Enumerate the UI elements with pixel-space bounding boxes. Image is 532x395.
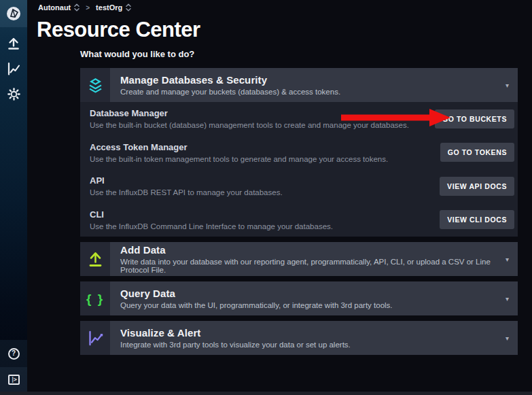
page-prompt: What would you like to do? xyxy=(80,49,194,59)
influxdb-logo[interactable] xyxy=(0,0,27,27)
sidebar-nav xyxy=(0,27,27,102)
resource-row-database-manager: Database Manager Use the built-in bucket… xyxy=(80,102,518,136)
row-title: Access Token Manager xyxy=(90,142,440,152)
view-api-docs-button[interactable]: VIEW API DOCS xyxy=(440,177,514,196)
view-cli-docs-button[interactable]: VIEW CLI DOCS xyxy=(440,210,514,229)
go-to-buckets-button[interactable]: GO TO BUCKETS xyxy=(435,109,514,128)
section-title: Query Data xyxy=(120,288,393,299)
pipe-forward-icon: |> xyxy=(8,375,20,385)
sidebar-item-settings[interactable] xyxy=(5,86,22,102)
org-selector[interactable]: Autonaut xyxy=(38,3,79,12)
section-header-band: Add Data Write data into your database w… xyxy=(110,242,518,276)
section-icon-cell: { } xyxy=(80,281,110,315)
section-icon-cell xyxy=(80,321,110,355)
main-content: Autonaut > testOrg Resource Center What … xyxy=(27,0,532,392)
braces-icon: { } xyxy=(86,292,104,305)
section-header-manage-databases[interactable]: Manage Databases & Security Create and m… xyxy=(80,68,518,102)
resource-sections: Manage Databases & Security Create and m… xyxy=(80,68,518,355)
section-description: Write data into your database with our r… xyxy=(120,258,518,274)
row-title: Database Manager xyxy=(90,108,435,118)
row-description: Use the InfluxDB REST API to manage your… xyxy=(90,188,440,196)
row-description: Use the InfluxDB Command Line Interface … xyxy=(90,222,440,230)
page-title: Resource Center xyxy=(37,18,200,42)
section-icon-cell xyxy=(80,68,110,102)
sidebar-footer: ? |> xyxy=(0,340,27,392)
row-description: Use the built-in token management tools … xyxy=(90,155,440,163)
sidebar-item-data-explorer[interactable] xyxy=(5,61,22,77)
section-card-add-data: Add Data Write data into your database w… xyxy=(80,242,518,276)
section-description: Query your data with the UI, programmati… xyxy=(120,301,393,309)
go-to-tokens-button[interactable]: GO TO TOKENS xyxy=(440,143,514,162)
section-header-band: Manage Databases & Security Create and m… xyxy=(110,68,518,102)
section-title: Visualize & Alert xyxy=(120,327,351,339)
section-title: Add Data xyxy=(120,244,518,256)
sidebar: ? |> xyxy=(0,0,27,392)
help-icon: ? xyxy=(8,348,20,360)
chevron-down-icon[interactable]: ▾ xyxy=(506,295,509,303)
breadcrumb-separator: > xyxy=(86,4,90,12)
influxdb-logo-icon xyxy=(5,5,22,22)
breadcrumb: Autonaut > testOrg xyxy=(38,3,131,12)
layers-icon xyxy=(86,76,105,95)
sorter-icon xyxy=(74,3,79,12)
resource-row-access-token-manager: Access Token Manager Use the built-in to… xyxy=(80,136,518,170)
org-name: Autonaut xyxy=(38,3,71,12)
section-description: Create and manage your buckets (database… xyxy=(120,88,340,96)
section-header-visualize-alert[interactable]: Visualize & Alert Integrate with 3rd par… xyxy=(80,321,518,355)
section-card-manage-databases: Manage Databases & Security Create and m… xyxy=(80,68,518,237)
section-body: Database Manager Use the built-in bucket… xyxy=(80,102,518,237)
section-card-query-data: { } Query Data Query your data with the … xyxy=(80,281,518,315)
section-header-band: Query Data Query your data with the UI, … xyxy=(110,281,518,315)
resource-row-api: API Use the InfluxDB REST API to manage … xyxy=(80,169,518,203)
section-header-band: Visualize & Alert Integrate with 3rd par… xyxy=(110,321,518,355)
chevron-down-icon[interactable]: ▾ xyxy=(506,256,509,263)
project-name: testOrg xyxy=(96,3,122,12)
row-title: API xyxy=(90,175,440,186)
row-title: CLI xyxy=(90,209,440,220)
upload-icon xyxy=(86,250,105,269)
section-card-visualize-alert: Visualize & Alert Integrate with 3rd par… xyxy=(80,321,518,355)
bottom-edge-strip xyxy=(0,392,532,395)
sidebar-item-load-data[interactable] xyxy=(5,35,22,52)
upload-icon xyxy=(6,36,21,51)
section-icon-cell xyxy=(80,242,110,276)
feedback-button[interactable]: |> xyxy=(0,367,27,392)
chevron-down-icon[interactable]: ▾ xyxy=(506,82,509,89)
section-description: Integrate with 3rd party tools to visual… xyxy=(120,341,351,349)
help-button[interactable]: ? xyxy=(0,340,27,367)
project-selector[interactable]: testOrg xyxy=(96,3,131,12)
resource-row-cli: CLI Use the InfluxDB Command Line Interf… xyxy=(80,203,518,237)
chevron-down-icon[interactable]: ▾ xyxy=(506,334,509,342)
row-description: Use the built-in bucket (database) manag… xyxy=(90,121,435,129)
chart-icon xyxy=(86,329,105,347)
section-header-query-data[interactable]: { } Query Data Query your data with the … xyxy=(80,281,518,315)
section-header-add-data[interactable]: Add Data Write data into your database w… xyxy=(80,242,518,276)
sorter-icon xyxy=(126,3,131,12)
gear-icon xyxy=(7,87,21,101)
section-title: Manage Databases & Security xyxy=(120,74,340,86)
line-chart-icon xyxy=(6,61,21,76)
